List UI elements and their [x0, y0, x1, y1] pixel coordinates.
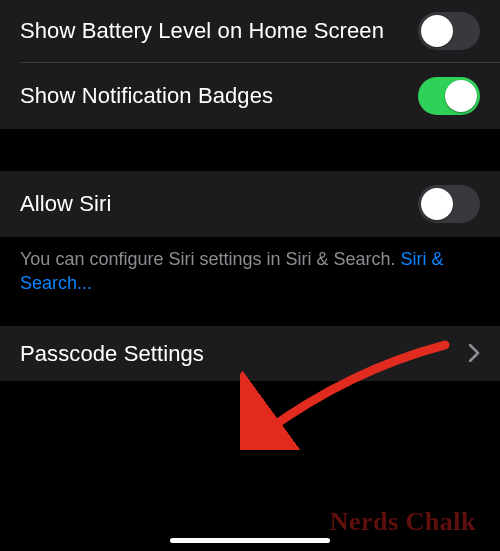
- toggle-knob: [445, 80, 477, 112]
- toggle-knob: [421, 188, 453, 220]
- group-gap: [0, 314, 500, 326]
- row-label: Show Notification Badges: [20, 82, 418, 110]
- chevron-right-icon: [469, 344, 480, 362]
- settings-group-display: Show Battery Level on Home Screen Show N…: [0, 0, 500, 129]
- siri-footer-text: You can configure Siri settings in Siri …: [0, 237, 500, 314]
- row-allow-siri[interactable]: Allow Siri: [0, 171, 500, 237]
- settings-group-siri: Allow Siri: [0, 171, 500, 237]
- row-passcode-settings[interactable]: Passcode Settings: [0, 326, 500, 382]
- toggle-allow-siri[interactable]: [418, 185, 480, 223]
- row-label: Allow Siri: [20, 190, 418, 218]
- group-gap: [0, 129, 500, 171]
- siri-footer-copy: You can configure Siri settings in Siri …: [20, 249, 401, 269]
- watermark-text: Nerds Chalk: [330, 507, 476, 537]
- settings-group-passcode: Passcode Settings: [0, 326, 500, 382]
- home-indicator: [170, 538, 330, 543]
- row-label: Show Battery Level on Home Screen: [20, 17, 418, 45]
- toggle-show-battery-level[interactable]: [418, 12, 480, 50]
- row-show-battery-level[interactable]: Show Battery Level on Home Screen: [0, 0, 500, 62]
- toggle-show-notification-badges[interactable]: [418, 77, 480, 115]
- row-label: Passcode Settings: [20, 340, 459, 368]
- row-show-notification-badges[interactable]: Show Notification Badges: [0, 63, 500, 129]
- toggle-knob: [421, 15, 453, 47]
